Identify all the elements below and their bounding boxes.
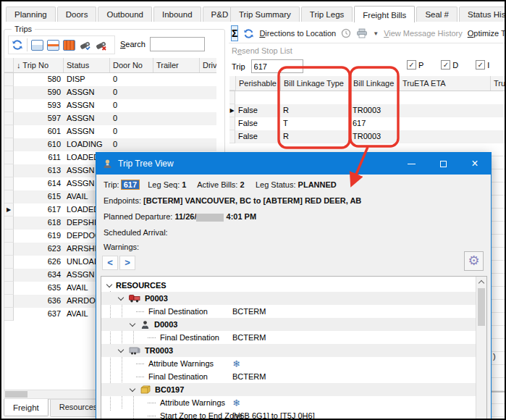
row-selector[interactable]: ▶ [4, 203, 14, 217]
previous-leg-button[interactable]: < [102, 256, 118, 270]
tab-freightbills[interactable]: Freight Bills [354, 6, 415, 22]
table-row[interactable]: 610LOADING0 [4, 138, 216, 151]
tree-leaf-row[interactable]: Attribute Warnings❄ [101, 396, 476, 409]
tree-leaf-row[interactable]: Attribute Warnings❄ [101, 357, 476, 370]
print-dropdown-caret[interactable]: ▼ [373, 30, 379, 37]
row-selector[interactable] [4, 138, 14, 151]
tab-triplegs[interactable]: Trip Legs [301, 7, 353, 22]
table-row[interactable]: FalseT617 [229, 117, 506, 130]
column-header-doorno[interactable]: Door No [110, 58, 153, 72]
row-selector[interactable] [4, 308, 14, 321]
tree-leaf-row[interactable]: Start Zone to End Zone[V6B 6G1] to [T5J … [101, 409, 476, 420]
summation-button[interactable]: Σ [231, 25, 238, 41]
clock-icon[interactable] [341, 28, 351, 38]
trip-number-input[interactable] [251, 59, 303, 73]
row-selector[interactable] [4, 125, 14, 138]
row-selector[interactable] [4, 112, 14, 125]
checkbox-i[interactable]: ✓I [476, 60, 489, 70]
row-selector[interactable] [4, 73, 14, 86]
tree-node-p0003[interactable]: P0003 [101, 292, 476, 305]
tree-scrollbar[interactable] [476, 277, 486, 420]
tab-planning[interactable]: Planning [6, 7, 56, 22]
column-header-status[interactable]: Status [64, 58, 110, 72]
chevron-down-icon[interactable] [130, 320, 135, 326]
row-selector[interactable] [4, 190, 14, 203]
column-header-bill-linkage[interactable]: Bill Linkage [350, 76, 400, 91]
checkbox-p[interactable]: ✓P [407, 60, 423, 70]
column-header-trailer[interactable]: Trailer [153, 58, 200, 72]
tab-tripsummary[interactable]: Trip Summary [230, 7, 300, 22]
table-row[interactable]: FalseRTR0003 [229, 130, 506, 143]
table-row[interactable]: 590ASSGN0 [4, 86, 216, 99]
column-header-perishable[interactable]: Perishable [236, 76, 281, 91]
table-row[interactable]: 580DISP0 [4, 73, 216, 86]
table-row[interactable] [229, 91, 506, 104]
row-selector[interactable] [4, 177, 14, 190]
directions-to-location-link[interactable]: Directions to Location [259, 29, 336, 38]
column-header-bill-linkage-type[interactable]: Bill Linkage Type [281, 76, 350, 91]
freight-bills-table[interactable]: PerishableBill Linkage TypeBill LinkageT… [229, 76, 506, 153]
door-partial-icon[interactable] [47, 40, 59, 51]
scroll-up-button[interactable] [476, 277, 486, 287]
bottom-tab-freight[interactable]: Freight [4, 399, 49, 416]
chevron-down-icon[interactable] [118, 294, 124, 300]
row-selector[interactable] [4, 99, 14, 112]
tree-node-d0003[interactable]: D0003 [101, 318, 476, 331]
find-trip-icon[interactable] [79, 40, 91, 51]
dialog-titlebar[interactable]: Trip Tree View × [96, 153, 491, 175]
checkbox-box[interactable]: ✓ [407, 60, 416, 70]
checkbox-d[interactable]: ✓D [441, 60, 458, 70]
tab-seal[interactable]: Seal # [416, 7, 457, 22]
row-selector[interactable] [4, 86, 14, 99]
row-selector[interactable] [4, 243, 14, 256]
view-message-history-link[interactable]: View Message History [384, 29, 463, 38]
clear-find-trip-icon[interactable] [95, 40, 107, 51]
column-header-tripno[interactable]: ↓ Trip No [14, 58, 64, 72]
table-row[interactable]: 593ASSGN0 [4, 99, 216, 112]
minimize-button[interactable] [395, 153, 427, 175]
chevron-down-icon[interactable] [130, 385, 135, 391]
tree-node-bc0197[interactable]: BC0197 [101, 383, 476, 396]
row-selector[interactable] [4, 256, 14, 269]
print-icon[interactable] [356, 28, 368, 38]
next-leg-button[interactable]: > [119, 256, 135, 270]
tab-inbound[interactable]: Inbound [153, 7, 201, 22]
row-selector[interactable] [4, 230, 14, 243]
door-full-icon[interactable] [63, 40, 75, 51]
checkbox-box[interactable]: ✓ [476, 60, 485, 70]
row-selector[interactable] [4, 164, 14, 177]
row-selector[interactable] [4, 217, 14, 230]
tab-statushistory[interactable]: Status History [459, 7, 506, 22]
settings-button[interactable]: ⚙ [464, 251, 484, 271]
tree-leaf-row[interactable]: Final DestinationBCTERM [101, 305, 476, 318]
resources-tree[interactable]: RESOURCESP0003Final DestinationBCTERMD00… [101, 276, 487, 420]
column-header-trueta[interactable]: TruETA [491, 76, 506, 91]
row-selector[interactable] [4, 269, 14, 282]
chevron-down-icon[interactable] [106, 281, 112, 287]
column-header-trueta-eta[interactable]: TruETA ETA [400, 76, 491, 91]
checkbox-box[interactable]: ✓ [441, 60, 450, 70]
optimize-trip-link[interactable]: Optimize Trip [468, 29, 506, 38]
chevron-down-icon[interactable] [118, 346, 124, 352]
resend-stop-list-link[interactable]: Resend Stop List [232, 46, 292, 55]
refresh-icon[interactable] [12, 39, 23, 51]
table-row[interactable]: ▶FalseRTR0003 [229, 104, 506, 117]
door-empty-icon[interactable] [31, 40, 43, 51]
maximize-button[interactable] [427, 153, 459, 175]
tree-leaf-row[interactable]: Final DestinationBCTERM [101, 370, 476, 383]
refresh-icon[interactable] [243, 28, 254, 39]
row-selector[interactable] [229, 91, 235, 104]
close-button[interactable]: × [459, 153, 491, 175]
tab-doors[interactable]: Doors [57, 7, 97, 22]
row-selector[interactable] [4, 151, 14, 164]
search-input[interactable] [150, 37, 205, 51]
row-selector[interactable]: ▶ [229, 104, 235, 117]
table-row[interactable]: 601ASSGN0 [4, 125, 216, 138]
column-header-driver[interactable]: Driver [200, 58, 216, 72]
tree-leaf-row[interactable]: Final DestinationBCTERM [101, 331, 476, 344]
row-selector[interactable] [229, 130, 235, 143]
row-selector[interactable] [229, 117, 235, 130]
table-row[interactable]: 597ASSGN0 [4, 112, 216, 125]
row-selector[interactable] [4, 282, 14, 295]
row-selector[interactable] [4, 295, 14, 308]
